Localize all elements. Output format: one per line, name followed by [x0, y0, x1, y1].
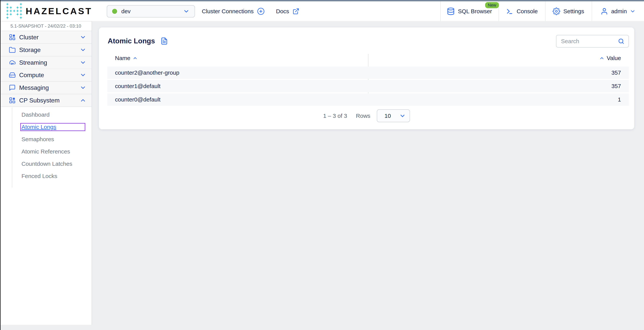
new-badge: New — [485, 2, 499, 8]
cluster-selector-dropdown[interactable]: dev — [107, 5, 195, 18]
cell-value: 357 — [612, 70, 621, 76]
chevron-down-icon — [183, 8, 190, 15]
settings-label: Settings — [563, 8, 584, 15]
rows-per-page-label: Rows — [356, 113, 370, 119]
sql-browser-button[interactable]: SQL Browser New — [441, 1, 498, 21]
sort-asc-icon[interactable] — [133, 56, 138, 61]
column-header-name[interactable]: Name — [115, 55, 138, 61]
top-header: HAZELCAST dev Cluster Connections Docs — [0, 1, 644, 21]
submenu-item-label: Atomic Longs — [20, 123, 85, 131]
search-input[interactable] — [561, 38, 618, 45]
cell-name: counter1@default — [115, 83, 160, 89]
submenu-item-fenced-locks[interactable]: Fenced Locks — [0, 170, 92, 182]
console-label: Console — [516, 8, 538, 15]
sidebar-item-label: Streaming — [19, 59, 47, 66]
cell-value: 357 — [612, 83, 621, 89]
chevron-down-icon — [80, 34, 86, 41]
sidebar-item-streaming[interactable]: Streaming — [0, 56, 92, 69]
submenu-item-atomic-longs[interactable]: Atomic Longs — [0, 121, 92, 133]
chevron-down-icon — [80, 47, 86, 53]
submenu-item-label: Atomic References — [22, 148, 70, 155]
submenu-item-label: Semaphores — [22, 136, 54, 143]
rows-per-page-select[interactable]: 10 — [377, 109, 410, 122]
main-content: Atomic Longs Name Value — [92, 21, 644, 330]
atomic-longs-card: Atomic Longs Name Value — [99, 28, 634, 129]
user-menu[interactable]: admin — [592, 1, 644, 21]
sidebar-item-cluster[interactable]: Cluster — [0, 31, 92, 44]
cluster-connections-label: Cluster Connections — [202, 8, 254, 15]
server-icon — [9, 72, 16, 79]
cluster-status-dot — [112, 9, 117, 14]
chat-bubble-icon — [9, 84, 16, 91]
table-row[interactable]: counter2@another-group 357 — [107, 67, 629, 79]
submenu-item-dashboard[interactable]: Dashboard — [0, 109, 92, 121]
pagination-range: 1 – 3 of 3 — [323, 113, 347, 119]
external-link-icon — [292, 8, 300, 15]
chevron-down-icon — [630, 9, 636, 14]
table-row[interactable]: counter1@default 357 — [107, 80, 629, 92]
gear-icon — [552, 8, 560, 15]
database-icon — [447, 7, 455, 15]
sidebar-item-label: Compute — [19, 72, 44, 79]
sidebar-item-cp-subsystem[interactable]: CP Subsystem — [0, 94, 92, 107]
window-left-edge — [0, 0, 0, 330]
page-title: Atomic Longs — [108, 37, 155, 45]
console-button[interactable]: Console — [499, 1, 545, 21]
plus-circle-icon[interactable] — [257, 8, 265, 15]
sidebar: 5.1-SNAPSHOT - 24/02/22 - 03:10 Cluster … — [0, 21, 92, 325]
chevron-down-icon — [399, 113, 406, 119]
cloud-stream-icon — [9, 59, 16, 66]
hazelcast-management-center: HAZELCAST dev Cluster Connections Docs — [0, 0, 644, 330]
cp-subsystem-submenu: Dashboard Atomic Longs Semaphores Atomic… — [0, 107, 92, 190]
docs-link[interactable]: Docs — [276, 1, 300, 21]
chevron-up-icon — [80, 97, 86, 104]
sidebar-item-label: Cluster — [19, 34, 38, 41]
docs-label: Docs — [276, 8, 289, 15]
sidebar-item-compute[interactable]: Compute — [0, 69, 92, 82]
doc-file-icon[interactable] — [160, 37, 168, 45]
submenu-item-label: Dashboard — [22, 112, 50, 118]
name-column-label: Name — [115, 55, 130, 61]
rows-per-page-value: 10 — [384, 113, 399, 119]
hazelcast-logo-text: HAZELCAST — [26, 6, 92, 16]
terminal-icon — [506, 8, 514, 15]
grid-icon — [9, 34, 16, 41]
cluster-selector-value: dev — [121, 8, 183, 15]
sidebar-item-storage[interactable]: Storage — [0, 44, 92, 56]
submenu-item-semaphores[interactable]: Semaphores — [0, 133, 92, 145]
submenu-item-label: Fenced Locks — [22, 173, 57, 179]
hazelcast-logo-mark — [6, 3, 22, 19]
sql-browser-label: SQL Browser — [458, 8, 492, 15]
table-row[interactable]: counter0@default 1 — [107, 93, 629, 106]
user-label: admin — [611, 8, 627, 15]
submenu-item-atomic-references[interactable]: Atomic References — [0, 145, 92, 158]
sidebar-item-messaging[interactable]: Messaging — [0, 82, 92, 94]
version-label: 5.1-SNAPSHOT - 24/02/22 - 03:10 — [0, 21, 92, 31]
submenu-item-countdown-latches[interactable]: Countdown Latches — [0, 158, 92, 170]
column-header-value[interactable]: Value — [599, 55, 621, 61]
grid-icon — [9, 97, 16, 104]
sort-asc-icon[interactable] — [599, 56, 604, 61]
cell-name: counter0@default — [115, 96, 160, 103]
sidebar-item-label: CP Subsystem — [19, 97, 60, 104]
window-top-strip — [0, 0, 644, 1]
settings-button[interactable]: Settings — [546, 1, 591, 21]
chevron-down-icon — [80, 72, 86, 78]
search-input-wrapper — [556, 35, 629, 48]
cluster-connections-link[interactable]: Cluster Connections — [202, 1, 265, 21]
folder-icon — [9, 47, 16, 53]
search-icon[interactable] — [618, 38, 625, 45]
user-icon — [600, 8, 608, 15]
sidebar-item-label: Storage — [19, 47, 41, 54]
sidebar-item-label: Messaging — [19, 84, 49, 91]
cell-value: 1 — [618, 96, 621, 103]
chevron-down-icon — [80, 59, 86, 66]
value-column-label: Value — [606, 55, 621, 61]
submenu-item-label: Countdown Latches — [22, 161, 72, 167]
chevron-down-icon — [80, 84, 86, 91]
cell-name: counter2@another-group — [115, 70, 180, 76]
hazelcast-logo: HAZELCAST — [6, 3, 92, 19]
pagination-bar: 1 – 3 of 3 Rows 10 — [99, 109, 634, 122]
